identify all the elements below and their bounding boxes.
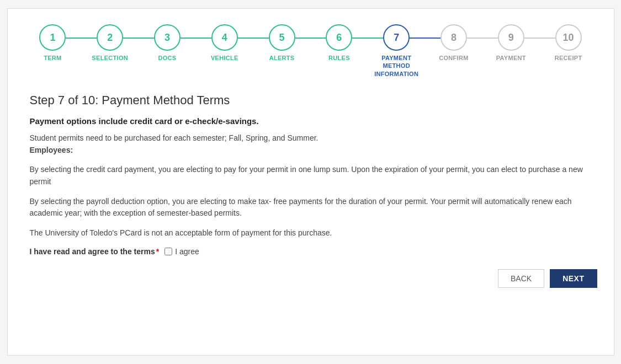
- step-circle-2: 3: [154, 24, 181, 51]
- step-item-5: 6RULES: [310, 24, 368, 62]
- agree-checkbox-row: I have read and agree to the terms* I ag…: [30, 247, 592, 256]
- checkbox-label: I have read and agree to the terms*: [30, 247, 160, 256]
- footer-buttons: BACK NEXT: [24, 269, 597, 288]
- step-circle-4: 5: [269, 24, 295, 51]
- payroll-paragraph: By selecting the payroll deduction optio…: [30, 196, 592, 220]
- pcard-paragraph: The University of Toledo's PCard is not …: [30, 227, 592, 239]
- next-button[interactable]: NEXT: [550, 269, 597, 288]
- step-label-5: RULES: [328, 54, 350, 62]
- step-title: Step 7 of 10: Payment Method Terms: [30, 93, 592, 108]
- page-container: 1TERM2SELECTION3DOCS4VEHICLE5ALERTS6RULE…: [7, 8, 614, 356]
- step-item-8: 9PAYMENT: [482, 24, 540, 62]
- step-label-8: PAYMENT: [496, 54, 526, 62]
- step-label-6: PAYMENTMETHODINFORMATION: [374, 54, 418, 78]
- step-label-3: VEHICLE: [211, 54, 238, 62]
- step-circle-0: 1: [39, 24, 66, 51]
- step-label-9: RECEIPT: [555, 54, 582, 62]
- step-circle-6: 7: [383, 24, 410, 51]
- step-circle-8: 9: [498, 24, 524, 51]
- employees-label: Employees:: [30, 146, 73, 154]
- step-label-2: DOCS: [158, 54, 177, 62]
- agree-checkbox[interactable]: [164, 248, 172, 255]
- step-circle-3: 4: [211, 24, 238, 51]
- step-item-6: 7PAYMENTMETHODINFORMATION: [368, 24, 425, 78]
- step-item-9: 10RECEIPT: [540, 24, 597, 62]
- agree-option[interactable]: I agree: [164, 247, 199, 256]
- required-star: *: [156, 247, 159, 256]
- step-item-0: 1TERM: [24, 24, 82, 62]
- agree-text: I agree: [175, 247, 199, 256]
- credit-card-paragraph: By selecting the credit card payment, yo…: [30, 164, 592, 188]
- back-button[interactable]: BACK: [498, 269, 544, 288]
- step-circle-1: 2: [97, 24, 123, 51]
- step-item-7: 8CONFIRM: [425, 24, 482, 62]
- main-content: Step 7 of 10: Payment Method Terms Payme…: [24, 93, 597, 256]
- step-circle-7: 8: [440, 24, 467, 51]
- step-label-1: SELECTION: [92, 54, 128, 62]
- payment-options-bold: Payment options include credit card or e…: [30, 116, 592, 126]
- step-label-4: ALERTS: [269, 54, 295, 62]
- step-item-3: 4VEHICLE: [196, 24, 253, 62]
- step-item-4: 5ALERTS: [253, 24, 311, 62]
- step-circle-5: 6: [326, 24, 352, 51]
- step-label-0: TERM: [44, 54, 61, 62]
- students-text: Student permits need to be purchased for…: [30, 133, 319, 142]
- students-paragraph: Student permits need to be purchased for…: [30, 132, 592, 156]
- step-label-7: CONFIRM: [439, 54, 468, 62]
- step-circle-9: 10: [555, 24, 582, 51]
- step-item-2: 3DOCS: [139, 24, 196, 62]
- stepper: 1TERM2SELECTION3DOCS4VEHICLE5ALERTS6RULE…: [24, 20, 597, 78]
- step-item-1: 2SELECTION: [81, 24, 139, 62]
